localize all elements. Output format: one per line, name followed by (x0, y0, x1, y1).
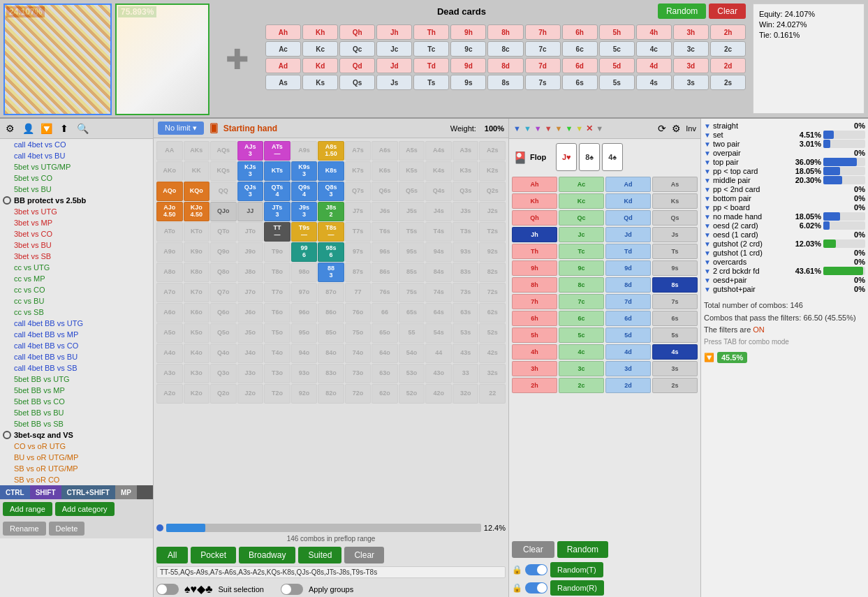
dead-card-9s[interactable]: 9s (450, 75, 486, 90)
flop-grid-card-Tc[interactable]: Tc (559, 244, 604, 259)
flop-grid-card-6s[interactable]: 6s (652, 311, 698, 326)
apply-groups-toggle[interactable] (281, 584, 303, 595)
flop-filter-x[interactable]: ✕ (586, 124, 593, 133)
range-cell-53s[interactable]: 53s (453, 323, 479, 343)
sidebar-item-0[interactable]: call 4bet vs CO (0, 139, 153, 150)
range-cell-k8o[interactable]: K8o (184, 263, 210, 282)
stat-arrow-12[interactable]: ▼ (704, 231, 711, 239)
range-cell-q4o[interactable]: Q4o (210, 344, 237, 363)
dead-card-th[interactable]: Th (413, 24, 449, 40)
range-cell-q9s[interactable]: Q9s 4 (291, 182, 318, 201)
dead-card-2c[interactable]: 2c (710, 41, 746, 57)
dead-card-4h[interactable]: 4h (636, 24, 672, 40)
flop-grid-card-5d[interactable]: 5d (605, 327, 651, 343)
flop-filter-down-6[interactable]: ▼ (565, 124, 573, 133)
dead-card-qc[interactable]: Qc (339, 41, 375, 57)
range-cell-q4s[interactable]: Q4s (425, 182, 452, 201)
dead-card-2s[interactable]: 2s (710, 75, 746, 90)
range-cell-a5o[interactable]: A5o (156, 323, 183, 343)
stat-arrow-10[interactable]: ▼ (704, 213, 711, 221)
range-cell-k3o[interactable]: K3o (184, 364, 210, 383)
range-cell-j8s[interactable]: J8s 2 (318, 202, 344, 221)
sidebar-item-8[interactable]: 3bet vs CO (0, 228, 153, 239)
flop-grid-card-9c[interactable]: 9c (559, 260, 604, 276)
dead-card-ks[interactable]: Ks (302, 75, 338, 90)
range-cell-k6s[interactable]: K6s (372, 161, 398, 181)
range-cell-74s[interactable]: 74s (425, 283, 452, 302)
range-cell-72o[interactable]: 72o (345, 384, 372, 404)
ctrl-button[interactable]: CTRL (0, 485, 30, 499)
range-cell-a4o[interactable]: A4o (156, 344, 183, 363)
stat-arrow-0[interactable]: ▼ (704, 122, 711, 130)
range-cell-62o[interactable]: 62o (372, 384, 398, 404)
range-cell-82s[interactable]: 82s (479, 263, 506, 282)
dead-card-6s[interactable]: 6s (562, 75, 598, 90)
range-cell-98s[interactable]: 98s 6 (318, 242, 344, 262)
stat-arrow-4[interactable]: ▼ (704, 159, 711, 166)
range-cell-95o[interactable]: 95o (291, 323, 318, 343)
flop-card-1[interactable]: J♥ (556, 143, 577, 171)
flop-grid-card-6h[interactable]: 6h (512, 311, 557, 326)
flop-grid-card-Ac[interactable]: Ac (559, 177, 604, 192)
flop-filter-down-5[interactable]: ▼ (555, 124, 563, 133)
flop-grid-card-7s[interactable]: 7s (652, 294, 698, 309)
range-cell-j2o[interactable]: J2o (237, 384, 264, 404)
range-cell-aqs[interactable]: AQs (210, 141, 237, 161)
flop-grid-card-3c[interactable]: 3c (559, 361, 604, 376)
sidebar-item-25[interactable]: 5bet BB vs SB (0, 418, 153, 429)
dead-card-8s[interactable]: 8s (487, 75, 523, 90)
flop-grid-card-Js[interactable]: Js (652, 227, 698, 242)
dead-card-ad[interactable]: Ad (265, 58, 301, 73)
flop-grid-card-2d[interactable]: 2d (605, 378, 651, 393)
range-cell-62s[interactable]: 62s (479, 303, 506, 323)
range-cell-kts[interactable]: KTs (264, 161, 290, 181)
range-cell-54s[interactable]: 54s (425, 323, 452, 343)
range-cell-qq[interactable]: QQ (210, 182, 237, 201)
flop-grid-card-4d[interactable]: 4d (605, 344, 651, 360)
flop-filter-down-8[interactable]: ▼ (596, 124, 603, 133)
range-cell-kk[interactable]: KK (184, 161, 210, 181)
range-cell-43o[interactable]: 43o (425, 364, 452, 383)
dead-card-2d[interactable]: 2d (710, 58, 746, 73)
flop-grid-card-Ts[interactable]: Ts (652, 244, 698, 259)
range-cell-q7s[interactable]: Q7s (345, 182, 372, 201)
flop-grid-card-2h[interactable]: 2h (512, 378, 557, 393)
dead-card-7s[interactable]: 7s (525, 75, 561, 90)
dead-card-9d[interactable]: 9d (450, 58, 486, 73)
range-cell-84o[interactable]: 84o (318, 344, 344, 363)
flop-grid-card-3s[interactable]: 3s (652, 361, 698, 376)
range-cell-aa[interactable]: AA (156, 141, 183, 161)
stat-arrow-15[interactable]: ▼ (704, 258, 711, 266)
flop-grid-card-9h[interactable]: 9h (512, 260, 557, 276)
flop-grid-card-4c[interactable]: 4c (559, 344, 604, 360)
stat-arrow-7[interactable]: ▼ (704, 186, 711, 193)
flop-grid-card-Ad[interactable]: Ad (605, 177, 651, 192)
range-cell-44[interactable]: 44 (425, 344, 452, 363)
range-cell-t2o[interactable]: T2o (264, 384, 290, 404)
dead-card-7h[interactable]: 7h (525, 24, 561, 40)
sidebar-item-3[interactable]: 5bet vs CO (0, 172, 153, 184)
sidebar-item-13[interactable]: cc vs CO (0, 284, 153, 295)
flop-clear-button[interactable]: Clear (512, 541, 554, 558)
range-cell-96s[interactable]: 96s (372, 242, 398, 262)
range-cell-kqo[interactable]: KQo (184, 182, 210, 201)
sidebar-item-16[interactable]: call 4bet BB vs UTG (0, 318, 153, 329)
range-cell-73s[interactable]: 73s (453, 283, 479, 302)
range-cell-j5o[interactable]: J5o (237, 323, 264, 343)
dead-card-ac[interactable]: Ac (265, 41, 301, 57)
dead-card-9c[interactable]: 9c (450, 41, 486, 57)
flop-grid-card-Qc[interactable]: Qc (559, 210, 604, 226)
flop-grid-card-7h[interactable]: 7h (512, 294, 557, 309)
flop-filter-down-3[interactable]: ▼ (534, 124, 542, 133)
range-cell-kto[interactable]: KTo (184, 222, 210, 242)
flop-grid-card-Kd[interactable]: Kd (605, 193, 651, 209)
stat-arrow-16[interactable]: ▼ (704, 267, 711, 275)
range-cell-98o[interactable]: 98o (291, 263, 318, 282)
range-cell-j3s[interactable]: J3s (453, 202, 479, 221)
stat-arrow-13[interactable]: ▼ (704, 240, 711, 248)
range-cell-73o[interactable]: 73o (345, 364, 372, 383)
flop-grid-card-7c[interactable]: 7c (559, 294, 604, 309)
range-cell-95s[interactable]: 95s (399, 242, 425, 262)
range-cell-32s[interactable]: 32s (479, 364, 506, 383)
range-cell-52o[interactable]: 52o (399, 384, 425, 404)
